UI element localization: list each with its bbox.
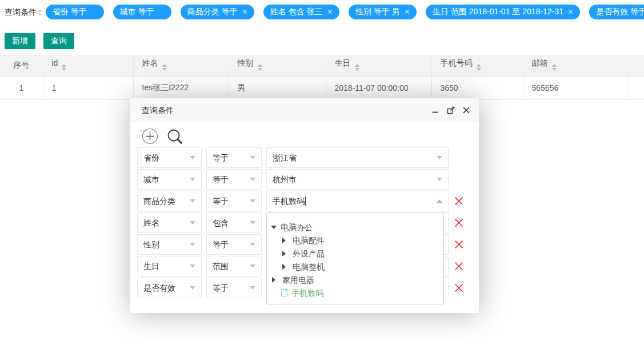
action-button-bar: 新增 查询 — [5, 33, 80, 49]
condition-field-select-value: 生日 — [143, 262, 159, 271]
tag-close-icon[interactable]: × — [568, 7, 573, 17]
table-cell: 男 — [229, 77, 326, 99]
condition-value-input[interactable]: 手机数码 — [266, 191, 449, 211]
tree-node-label: 电脑配件 — [293, 236, 325, 244]
filter-bar: 查询条件 :省份 等于城市 等于商品分类 等于×姓名 包含 张三×性别 等于 男… — [5, 5, 644, 19]
condition-operator-select[interactable]: 等于 — [206, 147, 262, 168]
condition-operator-select-value: 等于 — [213, 283, 229, 292]
condition-operator-select[interactable]: 范围 — [206, 256, 262, 276]
tree-node[interactable]: 家用电器 — [267, 273, 443, 286]
condition-operator-select-value: 包含 — [213, 218, 229, 227]
add-button[interactable]: 新增 — [5, 33, 35, 49]
filter-tag[interactable]: 性别 等于 男× — [349, 5, 417, 19]
caret-down-icon — [190, 221, 195, 227]
tree-collapsed-icon[interactable] — [282, 264, 289, 270]
delete-condition-icon[interactable] — [453, 260, 465, 272]
condition-field-select[interactable]: 商品分类 — [137, 191, 202, 211]
search-icon[interactable] — [166, 128, 185, 147]
tree-collapsed-icon[interactable] — [282, 238, 289, 243]
tree-node[interactable]: 电脑办公 — [267, 220, 443, 234]
file-icon — [281, 289, 287, 296]
condition-field-select[interactable]: 城市 — [137, 169, 202, 190]
tree-node-label: 家用电器 — [282, 276, 314, 284]
table-row[interactable]: 11tes张三t2222男2018-11-07 00:00:0036505656… — [0, 77, 644, 99]
caret-up-icon — [437, 196, 442, 203]
condition-operator-select[interactable]: 等于 — [206, 278, 262, 298]
condition-field-select[interactable]: 生日 — [137, 256, 202, 276]
delete-condition-icon[interactable] — [453, 195, 465, 207]
sort-icon[interactable] — [355, 62, 359, 73]
sort-desc-icon[interactable] — [162, 68, 167, 73]
close-icon[interactable] — [462, 106, 471, 115]
column-header[interactable]: 手机号码 — [431, 55, 523, 77]
sort-icon[interactable] — [162, 62, 167, 73]
condition-field-select[interactable]: 是否有效 — [137, 278, 202, 298]
condition-row: 省份等于浙江省 — [137, 147, 449, 168]
sort-asc-icon[interactable] — [62, 62, 66, 67]
delete-condition-icon[interactable] — [453, 239, 465, 250]
column-header[interactable]: 序号 — [0, 55, 43, 77]
tree-expanded-icon[interactable] — [271, 226, 277, 232]
sort-desc-icon[interactable] — [552, 68, 557, 73]
tag-close-icon[interactable]: × — [327, 7, 333, 17]
condition-operator-select-value: 等于 — [213, 175, 229, 184]
sort-icon[interactable] — [258, 62, 262, 73]
tree-collapsed-icon[interactable] — [272, 277, 278, 283]
query-conditions-dialog: 查询条件 — [130, 98, 479, 313]
column-header[interactable]: 性别 — [229, 55, 326, 77]
caret-down-icon — [250, 286, 255, 292]
caret-down-icon — [190, 199, 195, 206]
filter-tag[interactable]: 省份 等于 — [46, 5, 104, 19]
filter-tag[interactable]: 姓名 包含 张三× — [263, 5, 339, 19]
maximize-icon[interactable] — [446, 106, 455, 115]
condition-operator-select[interactable]: 包含 — [206, 212, 262, 233]
tree-node[interactable]: 电脑整机 — [267, 260, 443, 273]
condition-field-select[interactable]: 省份 — [137, 147, 202, 168]
filter-tag[interactable]: 是否有效 等于 是× — [589, 5, 644, 19]
sort-desc-icon[interactable] — [258, 68, 262, 73]
column-header[interactable]: 姓名 — [133, 55, 229, 77]
sort-desc-icon[interactable] — [355, 68, 359, 73]
sort-desc-icon[interactable] — [477, 68, 481, 73]
query-button[interactable]: 查询 — [43, 33, 74, 49]
condition-field-select[interactable]: 姓名 — [137, 212, 202, 233]
filter-tag-label: 姓名 包含 张三 — [270, 7, 323, 17]
sort-asc-icon[interactable] — [258, 62, 262, 67]
dialog-titlebar[interactable]: 查询条件 — [130, 98, 479, 122]
tree-node[interactable]: 外设产品 — [267, 247, 443, 260]
tree-node[interactable]: 手机数码 — [267, 286, 443, 299]
sort-icon[interactable] — [477, 62, 481, 73]
sort-icon[interactable] — [62, 62, 66, 73]
tree-node-label: 手机数码 — [291, 289, 323, 297]
sort-asc-icon[interactable] — [355, 62, 359, 67]
tag-close-icon[interactable]: × — [242, 7, 247, 17]
condition-row: 商品分类等于手机数码 — [137, 191, 465, 211]
filter-tag[interactable]: 生日 范围 2018-01-01 至 2018-12-31× — [426, 5, 580, 19]
sort-desc-icon[interactable] — [62, 68, 66, 73]
column-header[interactable]: 邮箱 — [523, 55, 629, 77]
delete-condition-icon[interactable] — [453, 217, 465, 228]
sort-asc-icon[interactable] — [477, 62, 481, 67]
add-condition-icon[interactable] — [142, 128, 158, 145]
sort-asc-icon[interactable] — [162, 62, 167, 67]
tree-collapsed-icon[interactable] — [282, 251, 289, 256]
tree-node[interactable]: 电脑配件 — [267, 234, 443, 247]
sort-asc-icon[interactable] — [552, 62, 557, 67]
filter-tag[interactable]: 城市 等于 — [113, 5, 171, 19]
condition-value-select[interactable]: 浙江省 — [266, 147, 449, 168]
condition-field-select[interactable]: 性别 — [137, 234, 202, 255]
condition-operator-select[interactable]: 等于 — [206, 234, 262, 255]
column-header-label: id — [52, 58, 58, 67]
column-header[interactable]: 生日 — [326, 55, 431, 77]
caret-down-icon — [437, 156, 442, 162]
condition-operator-select[interactable]: 等于 — [206, 191, 262, 211]
condition-operator-select[interactable]: 等于 — [206, 169, 262, 190]
condition-field-select-value: 城市 — [143, 175, 159, 184]
minimize-icon[interactable] — [431, 106, 440, 115]
condition-value-select[interactable]: 杭州市 — [266, 169, 449, 190]
delete-condition-icon[interactable] — [453, 282, 465, 294]
tag-close-icon[interactable]: × — [405, 7, 410, 17]
column-header[interactable]: id — [43, 55, 133, 77]
filter-tag[interactable]: 商品分类 等于× — [181, 5, 254, 19]
sort-icon[interactable] — [552, 62, 557, 73]
